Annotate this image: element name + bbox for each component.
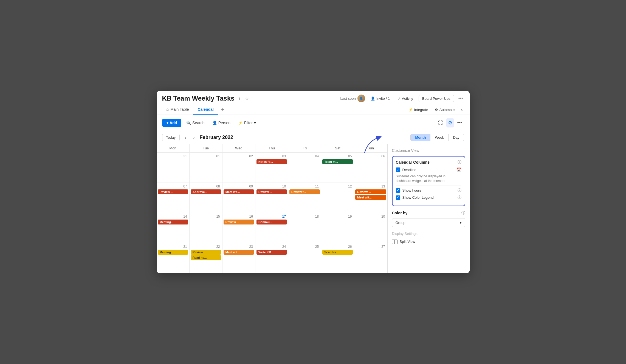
day-num: 25 — [289, 244, 320, 249]
cal-cell-27[interactable]: 27 — [354, 243, 387, 273]
show-color-legend-checkbox[interactable] — [396, 195, 400, 200]
show-hours-checkbox[interactable] — [396, 188, 400, 193]
cal-cell-10[interactable]: 10 Review ... — [255, 183, 288, 213]
more-toolbar-icon-btn[interactable]: ••• — [456, 118, 464, 127]
day-num: 14 — [158, 214, 188, 219]
cal-cell-12[interactable]: 12 — [321, 183, 354, 213]
tab-add-button[interactable]: + — [218, 105, 227, 114]
settings-icon-btn[interactable]: ⚙ — [446, 118, 454, 127]
cal-cell-06[interactable]: 06 — [354, 153, 387, 183]
more-options-icon-btn[interactable]: ••• — [457, 95, 464, 102]
search-button[interactable]: 🔍 Search — [184, 119, 207, 127]
cal-cell-04[interactable]: 04 — [288, 153, 321, 183]
invite-button[interactable]: 👤 Invite / 1 — [368, 95, 392, 102]
event-pill[interactable]: Write KB... — [256, 250, 287, 255]
event-pill[interactable]: Review ... — [224, 220, 254, 224]
event-pill[interactable]: Meet wit... — [224, 250, 254, 255]
info-icon-btn[interactable]: ℹ — [237, 95, 241, 102]
prev-month-button[interactable]: ‹ — [182, 134, 188, 141]
event-pill[interactable]: Read ne... — [191, 255, 221, 260]
event-pill[interactable]: Meet wit... — [224, 189, 254, 194]
cal-cell-07[interactable]: 07 Review ... — [157, 183, 190, 213]
cal-cell-03[interactable]: 03 Notes fo... — [255, 153, 288, 183]
show-color-legend-info-icon[interactable]: ⓘ — [458, 195, 461, 200]
today-button[interactable]: Today — [162, 134, 180, 141]
color-by-info-icon[interactable]: ⓘ — [461, 211, 465, 215]
split-view-label: Split View — [400, 240, 415, 244]
header-left: KB Team Weekly Tasks ℹ ☆ — [162, 95, 250, 102]
cal-cell-20[interactable]: 20 — [354, 213, 387, 243]
activity-button[interactable]: ↗ Activity — [395, 95, 415, 102]
cal-cell-13[interactable]: 13 Review ... Meet wit... — [354, 183, 387, 213]
cal-cell-21[interactable]: 21 Meeting... — [157, 243, 190, 273]
person-button[interactable]: 👤 Person — [210, 119, 233, 127]
cal-cell-25[interactable]: 25 — [288, 243, 321, 273]
event-pill[interactable]: Meeting... — [158, 220, 188, 224]
integrate-button[interactable]: ⚡ Integrate — [406, 106, 430, 113]
tab-calendar[interactable]: Calendar — [193, 105, 218, 115]
event-pill[interactable]: Commu... — [256, 220, 287, 224]
automate-button[interactable]: ⚙ Automate — [433, 106, 457, 113]
event-pill[interactable]: Review ... — [355, 189, 386, 194]
board-powerups-button[interactable]: Board Power-Ups — [419, 95, 454, 102]
cal-cell-18[interactable]: 18 — [288, 213, 321, 243]
filter-icon: ⚡ — [238, 121, 243, 125]
event-pill[interactable]: Review t... — [289, 189, 320, 194]
customize-view-title: Customize View — [392, 148, 465, 153]
split-view-row[interactable]: Split View — [392, 238, 465, 245]
day-num: 31 — [158, 154, 188, 159]
cal-cell-09[interactable]: 09 Meet wit... — [222, 183, 255, 213]
cal-cell-19[interactable]: 19 — [321, 213, 354, 243]
event-pill[interactable]: Team m... — [322, 159, 353, 164]
divider — [396, 186, 461, 186]
cal-cell-11[interactable]: 11 Review t... — [288, 183, 321, 213]
day-num: 22 — [191, 244, 221, 249]
day-num: 26 — [322, 244, 353, 249]
next-month-button[interactable]: › — [191, 134, 197, 141]
cal-cell-31[interactable]: 31 — [157, 153, 190, 183]
star-icon-btn[interactable]: ☆ — [244, 95, 250, 102]
cal-cell-02[interactable]: 02 — [222, 153, 255, 183]
cal-cell-08[interactable]: 08 Approve... — [190, 183, 222, 213]
cal-cell-01[interactable]: 01 — [190, 153, 222, 183]
cal-cell-14[interactable]: 14 Meeting... — [157, 213, 190, 243]
day-view-button[interactable]: Day — [449, 134, 464, 141]
cal-cell-26[interactable]: 26 Scan for... — [321, 243, 354, 273]
show-color-legend-row: Show Color Legend ⓘ — [396, 195, 461, 200]
event-pill[interactable]: Meeting... — [158, 250, 188, 255]
cal-cell-05[interactable]: 05 Team m... — [321, 153, 354, 183]
calendar-grid-header: Mon Tue Wed Thu Fri Sat Sun — [157, 144, 387, 153]
event-pill[interactable]: Approve... — [191, 189, 221, 194]
filter-button[interactable]: ⚡ Filter ▾ — [235, 119, 259, 127]
tab-main-table[interactable]: ⌂ Main Table — [162, 105, 193, 115]
day-num: 15 — [191, 214, 221, 219]
add-button[interactable]: + Add — [162, 119, 182, 127]
cal-cell-15[interactable]: 15 — [190, 213, 222, 243]
split-view-icon — [392, 240, 397, 244]
right-panel: Customize View Calendar Columns ⓘ Deadli… — [387, 144, 470, 273]
color-by-select[interactable]: Group ▾ — [392, 218, 465, 227]
fullscreen-icon-btn[interactable]: ⛶ — [436, 118, 445, 127]
info-icon[interactable]: ⓘ — [458, 160, 461, 165]
cal-cell-16[interactable]: 16 Review ... — [222, 213, 255, 243]
event-pill[interactable]: Review ... — [158, 189, 188, 194]
week-view-button[interactable]: Week — [430, 134, 449, 141]
event-pill[interactable]: Review ... — [256, 189, 287, 194]
event-pill[interactable]: Review ... — [191, 250, 221, 255]
cal-cell-24[interactable]: 24 Write KB... — [255, 243, 288, 273]
board-title: KB Team Weekly Tasks — [162, 95, 235, 102]
cal-cell-22[interactable]: 22 Review ... Read ne... — [190, 243, 222, 273]
day-num: 05 — [322, 154, 353, 159]
event-pill[interactable]: Scan for... — [322, 250, 353, 255]
display-settings-title: Display Settings — [392, 232, 465, 236]
event-pill[interactable]: Notes fo... — [256, 159, 287, 164]
show-hours-info-icon[interactable]: ⓘ — [458, 188, 461, 193]
deadline-checkbox[interactable] — [396, 167, 400, 172]
cal-cell-23[interactable]: 23 Meet wit... — [222, 243, 255, 273]
cal-cell-17[interactable]: 17 Commu... — [255, 213, 288, 243]
toolbar-right: ⛶ ⚙ ••• — [436, 118, 464, 127]
event-pill[interactable]: Meet wit... — [355, 195, 386, 200]
collapse-button[interactable]: ∧ — [459, 107, 464, 113]
chevron-down-icon: ▾ — [460, 221, 462, 225]
month-view-button[interactable]: Month — [411, 134, 430, 141]
